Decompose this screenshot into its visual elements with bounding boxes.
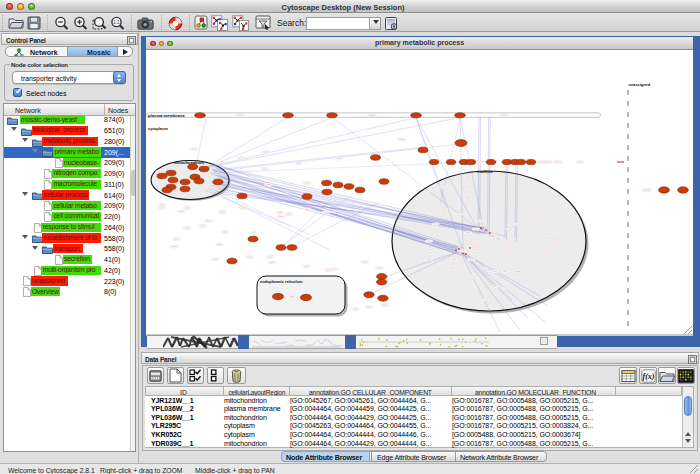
svg-text:endoplasmic reticulum: endoplasmic reticulum — [260, 279, 303, 284]
svg-text:plasma membrane: plasma membrane — [148, 113, 185, 118]
svg-text:mitochondrion: mitochondrion — [174, 160, 204, 165]
svg-text:f(x): f(x) — [643, 372, 655, 381]
svg-text:cytoplasm: cytoplasm — [148, 126, 168, 131]
svg-text:nucleus: nucleus — [477, 169, 493, 174]
svg-text:1:1: 1:1 — [113, 20, 120, 25]
svg-text:unassigned: unassigned — [629, 82, 651, 87]
